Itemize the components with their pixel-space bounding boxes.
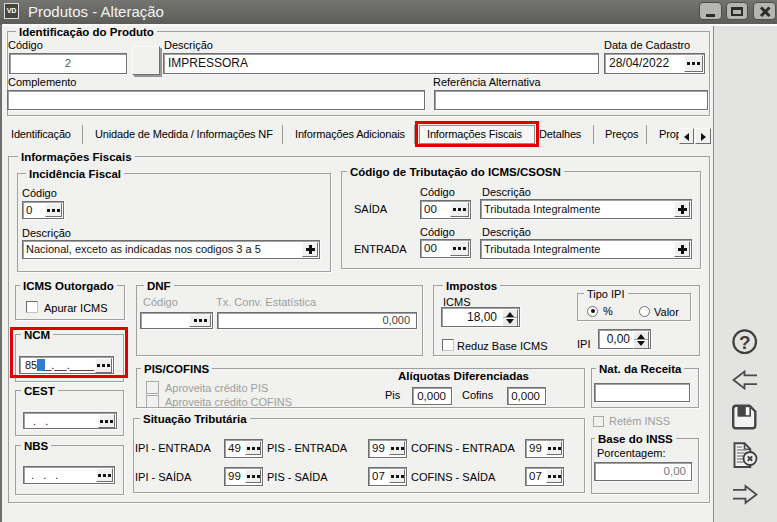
svg-text:?: ?: [739, 332, 751, 353]
